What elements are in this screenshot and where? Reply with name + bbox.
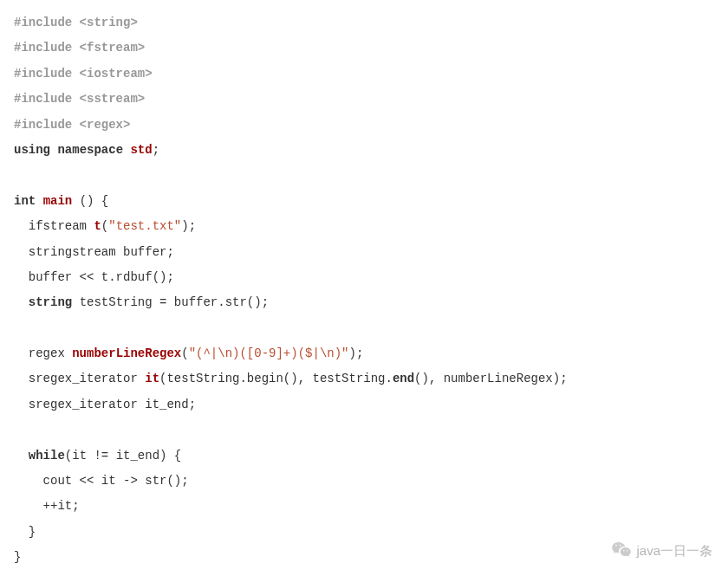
preproc-include-regex: #include <regex> — [14, 118, 130, 132]
id-it: it — [145, 372, 159, 385]
code-text: (testString.begin(), testString. — [159, 372, 393, 385]
code-text: ); — [349, 346, 364, 360]
code-text: ifstream — [14, 219, 94, 233]
code-text: ( — [101, 219, 108, 233]
code-text: } — [14, 550, 21, 564]
code-text: stringstream buffer; — [14, 245, 174, 259]
code-block: #include <string> #include <fstream> #in… — [0, 0, 728, 576]
str-regex: "(^|\n)([0-9]+)($|\n)" — [189, 346, 349, 360]
code-text: ++it; — [14, 499, 80, 513]
kw-string: string — [29, 295, 72, 309]
preproc-include-string: #include <string> — [14, 16, 138, 29]
id-end: end — [393, 372, 414, 385]
code-text — [14, 295, 29, 309]
id-main: main — [43, 194, 73, 208]
id-std: std — [130, 143, 152, 157]
code-text: buffer << t.rdbuf(); — [14, 270, 174, 284]
id-numberlineregex: numberLineRegex — [72, 346, 181, 360]
preproc-include-fstream: #include <fstream> — [14, 41, 145, 55]
id-t: t — [94, 219, 101, 233]
code-text: sregex_iterator — [14, 372, 145, 385]
kw-while: while — [29, 449, 65, 463]
code-text: sregex_iterator it_end; — [14, 398, 196, 411]
code-text: () { — [72, 194, 108, 208]
code-text: ; — [153, 143, 159, 157]
code-text: (it != it_end) { — [65, 449, 181, 463]
code-text: ( — [181, 346, 188, 360]
kw-int: int — [14, 194, 36, 208]
code-text: } — [14, 525, 36, 539]
preproc-include-sstream: #include <sstream> — [14, 92, 145, 106]
code-text: ); — [181, 219, 196, 233]
code-text: cout << it -> str(); — [14, 474, 189, 488]
code-text: (), numberLineRegex); — [414, 372, 567, 385]
kw-namespace: namespace — [57, 143, 123, 157]
str-testtxt: "test.txt" — [108, 219, 181, 233]
code-text: testString = buffer.str(); — [72, 295, 269, 309]
code-text — [14, 449, 29, 463]
code-text: regex — [14, 346, 72, 360]
preproc-include-iostream: #include <iostream> — [14, 67, 153, 81]
kw-using: using — [14, 143, 50, 157]
